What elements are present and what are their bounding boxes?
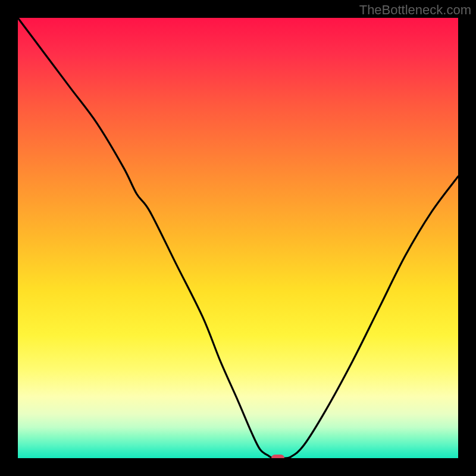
- bottleneck-curve: [18, 18, 458, 458]
- curve-path: [18, 18, 458, 458]
- plot-area: [18, 18, 458, 458]
- optimum-marker: [271, 455, 284, 458]
- watermark-text: TheBottleneck.com: [359, 2, 471, 18]
- chart-frame: TheBottleneck.com: [0, 0, 476, 476]
